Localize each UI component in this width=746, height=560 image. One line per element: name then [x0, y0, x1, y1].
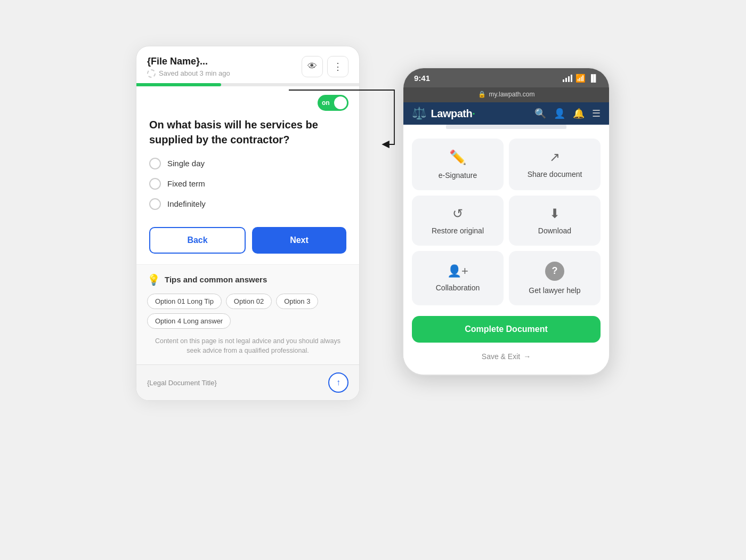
- battery-icon: ▐▌: [589, 74, 598, 82]
- radio-label-single-day: Single day: [167, 159, 205, 168]
- download-label: Download: [538, 226, 571, 235]
- download-card[interactable]: ⬇ Download: [509, 196, 601, 246]
- eye-button[interactable]: 👁: [302, 56, 323, 77]
- signal-bar-1: [563, 79, 564, 82]
- toggle-row: on: [136, 95, 359, 117]
- esignature-icon: ✏️: [449, 149, 466, 166]
- signal-bars: [563, 75, 572, 82]
- lawyer-help-icon: ?: [545, 262, 564, 281]
- back-button[interactable]: Back: [149, 227, 246, 254]
- card-title-block: {File Name}... Saved about 3 min ago: [147, 56, 230, 78]
- card-title: {File Name}...: [147, 56, 230, 67]
- esignature-label: e-Signature: [439, 171, 477, 180]
- card-saved: Saved about 3 min ago: [147, 69, 230, 78]
- left-card: {File Name}... Saved about 3 min ago 👁 ⋮: [136, 46, 360, 401]
- upload-button[interactable]: ↑: [328, 372, 348, 393]
- option-indefinitely[interactable]: Indefinitely: [149, 198, 346, 210]
- toggle-label: on: [322, 99, 330, 107]
- nav-icons: 🔍 👤 🔔 ☰: [534, 108, 601, 119]
- ellipsis-icon: ⋮: [333, 61, 343, 72]
- radio-circle-single-day: [149, 158, 161, 169]
- signal-bar-4: [571, 75, 572, 82]
- browser-url: my.lawpath.com: [489, 91, 535, 98]
- lawyer-help-card[interactable]: ? Get lawyer help: [509, 251, 601, 305]
- right-phone: 9:41 📶 ▐▌ 🔒 my.lawpath.com ⚖️ Lawpath·: [402, 67, 610, 376]
- search-nav-icon[interactable]: 🔍: [534, 108, 546, 119]
- phone-browser-bar: 🔒 my.lawpath.com: [403, 87, 609, 102]
- tag-option01[interactable]: Option 01 Long Tip: [147, 294, 222, 309]
- tag-option3[interactable]: Option 3: [276, 294, 318, 309]
- phone-scroll-indicator: [446, 125, 566, 129]
- option-fixed-term[interactable]: Fixed term: [149, 178, 346, 190]
- exit-arrow-icon: →: [523, 352, 531, 361]
- signal-bar-2: [565, 78, 567, 82]
- restore-original-card[interactable]: ↺ Restore original: [412, 196, 504, 246]
- save-exit-button[interactable]: Save & Exit →: [412, 347, 601, 366]
- phone-content: ✏️ e-Signature ↗ Share document ↺ Restor…: [403, 130, 609, 375]
- esignature-card[interactable]: ✏️ e-Signature: [412, 139, 504, 190]
- complete-document-button[interactable]: Complete Document: [412, 316, 601, 343]
- lawyer-help-label: Get lawyer help: [529, 286, 580, 295]
- scene: {File Name}... Saved about 3 min ago 👁 ⋮: [80, 35, 666, 525]
- tips-section: 💡 Tips and common answers Option 01 Long…: [136, 264, 359, 365]
- phone-nav-bar: ⚖️ Lawpath· 🔍 👤 🔔 ☰: [403, 102, 609, 125]
- share-icon: ↗: [549, 150, 560, 165]
- share-label: Share document: [528, 170, 582, 178]
- download-icon: ⬇: [549, 206, 560, 221]
- saved-text: Saved about 3 min ago: [159, 69, 230, 77]
- bell-nav-icon[interactable]: 🔔: [573, 108, 585, 119]
- bulb-icon: 💡: [147, 273, 160, 286]
- next-button[interactable]: Next: [252, 227, 346, 254]
- question-text: On what basis will he services be suppli…: [149, 117, 346, 147]
- status-time: 9:41: [414, 74, 430, 83]
- radio-label-fixed-term: Fixed term: [167, 179, 205, 188]
- share-document-card[interactable]: ↗ Share document: [509, 139, 601, 190]
- toggle-knob: [334, 96, 347, 109]
- nav-buttons: Back Next: [136, 227, 359, 264]
- restore-label: Restore original: [432, 226, 484, 235]
- toggle-switch[interactable]: on: [318, 95, 348, 111]
- tips-header: 💡 Tips and common answers: [147, 273, 348, 286]
- progress-bar-wrap: [136, 83, 359, 86]
- eye-icon: 👁: [307, 61, 317, 72]
- collaboration-icon: 👤+: [447, 264, 468, 278]
- card-header: {File Name}... Saved about 3 min ago 👁 ⋮: [136, 46, 359, 83]
- lock-icon: 🔒: [478, 91, 486, 98]
- radio-circle-fixed-term: [149, 178, 161, 190]
- logo-dot: ·: [472, 108, 475, 119]
- tag-option02[interactable]: Option 02: [226, 294, 272, 309]
- collaboration-card[interactable]: 👤+ Collaboration: [412, 251, 504, 305]
- tips-title: Tips and common answers: [165, 275, 267, 284]
- option-single-day[interactable]: Single day: [149, 158, 346, 169]
- logo-text: Lawpath: [431, 108, 473, 119]
- phone-status-bar: 9:41 📶 ▐▌: [403, 68, 609, 87]
- tips-tags: Option 01 Long Tip Option 02 Option 3 Op…: [147, 294, 348, 329]
- spinner-icon: [147, 69, 156, 78]
- wifi-icon: 📶: [575, 74, 586, 83]
- footer-doc-title: {Legal Document Title}: [147, 379, 217, 387]
- more-options-button[interactable]: ⋮: [327, 56, 348, 77]
- menu-nav-icon[interactable]: ☰: [592, 108, 601, 119]
- signal-bar-3: [568, 76, 570, 82]
- user-nav-icon[interactable]: 👤: [554, 108, 565, 119]
- question-section: On what basis will he services be suppli…: [136, 117, 359, 227]
- disclaimer-text: Content on this page is not legal advice…: [147, 336, 348, 356]
- tag-option4[interactable]: Option 4 Long answer: [147, 313, 231, 329]
- radio-label-indefinitely: Indefinitely: [167, 199, 206, 208]
- restore-icon: ↺: [452, 206, 463, 221]
- card-footer: {Legal Document Title} ↑: [136, 364, 359, 400]
- logo-icon: ⚖️: [412, 107, 426, 120]
- radio-circle-indefinitely: [149, 198, 161, 210]
- upload-icon: ↑: [336, 378, 340, 387]
- progress-bar-fill: [136, 83, 221, 86]
- save-exit-label: Save & Exit: [482, 352, 520, 361]
- lawpath-logo: ⚖️ Lawpath·: [412, 107, 475, 120]
- action-grid: ✏️ e-Signature ↗ Share document ↺ Restor…: [412, 139, 601, 305]
- status-icons: 📶 ▐▌: [563, 74, 598, 83]
- collaboration-label: Collaboration: [436, 283, 480, 292]
- card-actions: 👁 ⋮: [302, 56, 348, 77]
